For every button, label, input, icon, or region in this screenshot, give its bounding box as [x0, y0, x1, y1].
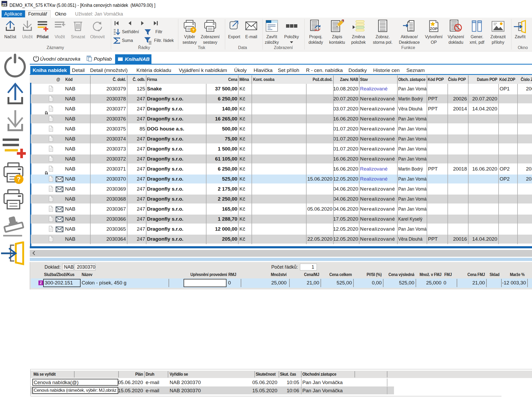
- svg-text:?: ?: [192, 28, 194, 32]
- svg-text:ZOP: ZOP: [430, 27, 438, 31]
